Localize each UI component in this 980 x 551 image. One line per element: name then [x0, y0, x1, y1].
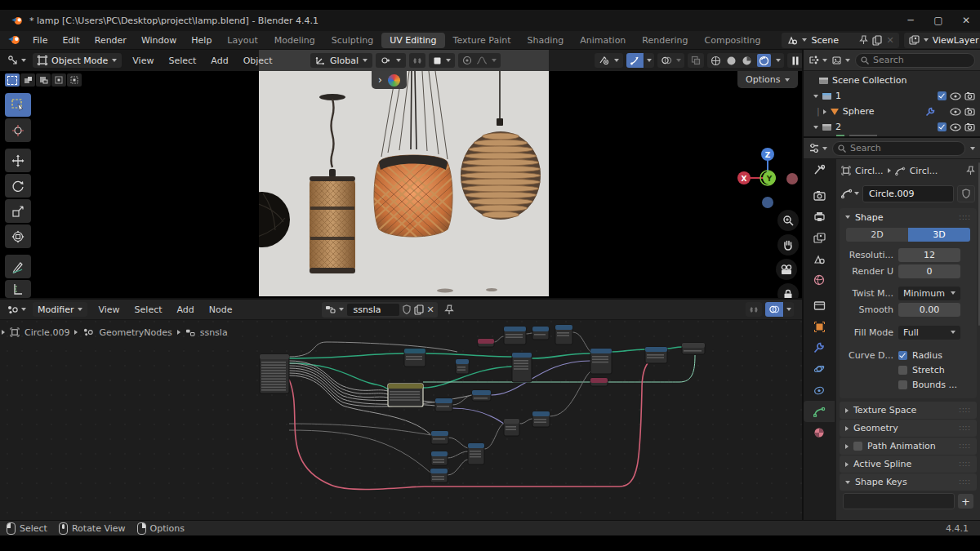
- shape-panel-header[interactable]: Shape ::::: [840, 208, 977, 226]
- unlink-icon[interactable]: ✕: [427, 304, 434, 315]
- bounds-checkbox[interactable]: [898, 380, 907, 389]
- panel-grip-icon[interactable]: ::::: [959, 407, 971, 414]
- xray-toggle[interactable]: [688, 53, 704, 68]
- select-mode-invert[interactable]: [51, 73, 66, 87]
- tab-physics[interactable]: [804, 358, 835, 380]
- graph-node[interactable]: [456, 359, 469, 374]
- dimension-2d-button[interactable]: 2D: [846, 228, 908, 242]
- graph-node[interactable]: [504, 419, 519, 436]
- tab-object[interactable]: [804, 316, 835, 337]
- axis-gizmo[interactable]: Z X Y: [733, 144, 802, 212]
- node-editor-type-selector[interactable]: [7, 304, 26, 315]
- viewport-menu-object[interactable]: Object: [236, 56, 280, 66]
- pause-button[interactable]: [787, 53, 804, 68]
- properties-editor-selector[interactable]: [808, 143, 827, 153]
- smooth-field[interactable]: 0.00: [898, 303, 960, 317]
- panel-grip-icon[interactable]: ::::: [959, 442, 971, 450]
- overlays-dropdown[interactable]: [657, 53, 684, 68]
- outliner-row-collection-2[interactable]: 2: [807, 119, 977, 135]
- render-resolution-field[interactable]: 0: [898, 264, 960, 278]
- node-menu-view[interactable]: View: [91, 304, 127, 315]
- select-mode-subtract[interactable]: [36, 73, 51, 87]
- solid-shading-icon[interactable]: [726, 56, 737, 66]
- node-tree-name[interactable]: ssnsla: [347, 304, 399, 316]
- fake-user-shield-button[interactable]: [957, 185, 975, 202]
- tool-move[interactable]: [5, 149, 31, 172]
- breadcrumb-object[interactable]: Circl...: [855, 166, 884, 176]
- graph-node[interactable]: [504, 327, 526, 344]
- graph-node[interactable]: [555, 325, 572, 344]
- blender-menu-icon[interactable]: [8, 35, 20, 45]
- snap-toggle[interactable]: [409, 53, 425, 68]
- editor-type-selector[interactable]: [7, 55, 26, 66]
- menu-help[interactable]: Help: [184, 35, 219, 46]
- tab-constraints[interactable]: [804, 380, 835, 401]
- workspace-tab-animation[interactable]: Animation: [572, 33, 634, 48]
- pivot-point-dropdown[interactable]: [429, 53, 455, 68]
- panel-path-animation[interactable]: Path Animation ::::: [840, 438, 977, 455]
- node-snap-toggle[interactable]: [746, 302, 762, 317]
- breadcrumb-data[interactable]: Circl...: [910, 166, 938, 176]
- geometry-node-editor[interactable]: Modifier View Select Add Node ssnsla ✕: [0, 298, 802, 520]
- workspace-tab-sculpting[interactable]: Sculpting: [323, 33, 381, 48]
- graph-node[interactable]: [430, 469, 448, 482]
- expand-icon[interactable]: [813, 126, 818, 129]
- graph-node[interactable]: [472, 390, 491, 401]
- properties-search-input[interactable]: Search: [832, 141, 965, 156]
- node-overlays-dropdown[interactable]: [784, 302, 794, 317]
- twist-method-dropdown[interactable]: Minimum: [898, 287, 960, 300]
- fill-mode-dropdown[interactable]: Full: [898, 326, 960, 340]
- tab-object-data[interactable]: [804, 401, 835, 422]
- tab-modifiers[interactable]: [804, 337, 835, 358]
- viewlayer-selector[interactable]: ViewLayer ✕: [904, 33, 980, 48]
- tab-world[interactable]: [804, 269, 835, 291]
- disable-render-camera-icon[interactable]: [964, 122, 975, 131]
- graph-node[interactable]: [532, 411, 550, 427]
- zoom-icon[interactable]: [777, 210, 799, 231]
- tab-material[interactable]: [804, 422, 835, 443]
- graph-node[interactable]: [590, 378, 608, 386]
- viewport-options-dropdown[interactable]: Options: [737, 71, 798, 88]
- expand-icon[interactable]: [813, 95, 818, 98]
- tab-collection[interactable]: [804, 295, 835, 316]
- select-mode-extend[interactable]: [20, 73, 35, 87]
- tab-scene[interactable]: [804, 248, 835, 269]
- dimension-3d-button[interactable]: 3D: [908, 228, 970, 242]
- tab-render[interactable]: [804, 184, 835, 206]
- snap-target-dropdown[interactable]: [376, 53, 406, 68]
- material-preview-shading-icon[interactable]: [742, 56, 752, 66]
- disable-render-camera-icon[interactable]: [964, 107, 975, 116]
- node-tree-type-dropdown[interactable]: Modifier: [33, 302, 87, 317]
- chevron-down-icon[interactable]: [970, 147, 975, 150]
- pin-icon[interactable]: [859, 35, 868, 45]
- graph-node[interactable]: [645, 347, 667, 363]
- outliner-search-input[interactable]: Search: [855, 53, 975, 68]
- viewport-3d[interactable]: Object Mode View Select Add Object Globa…: [0, 50, 802, 298]
- menu-render[interactable]: Render: [87, 35, 134, 46]
- tool-transform[interactable]: [5, 224, 31, 248]
- outliner-row-sphere[interactable]: | Sphere: [807, 104, 977, 119]
- stretch-checkbox[interactable]: [898, 366, 907, 375]
- duplicate-icon[interactable]: [414, 304, 424, 315]
- viewport-menu-select[interactable]: Select: [161, 56, 203, 66]
- node-graph[interactable]: [0, 324, 802, 520]
- outliner-filter[interactable]: [832, 56, 850, 65]
- node-menu-add[interactable]: Add: [170, 304, 202, 315]
- graph-node[interactable]: [404, 349, 425, 367]
- select-mode-intersect[interactable]: [67, 73, 82, 87]
- outliner-row-collection-1[interactable]: 1: [807, 88, 977, 104]
- mode-selector[interactable]: Object Mode: [33, 53, 122, 68]
- close-button[interactable]: ✕: [952, 11, 980, 30]
- tool-measure[interactable]: [5, 280, 31, 298]
- hide-eye-icon[interactable]: [950, 123, 961, 131]
- panel-grip-icon[interactable]: ::::: [959, 478, 971, 486]
- minimize-button[interactable]: ─: [897, 11, 924, 30]
- curve-data-selector[interactable]: [841, 189, 859, 198]
- graph-node[interactable]: [682, 343, 705, 354]
- wireframe-shading-icon[interactable]: [710, 56, 721, 66]
- workspace-tab-rendering[interactable]: Rendering: [634, 33, 696, 48]
- fake-user-shield-icon[interactable]: [403, 304, 411, 314]
- scene-selector[interactable]: Scene ✕: [782, 33, 898, 48]
- pin-icon[interactable]: [444, 304, 454, 315]
- workspace-tab-geometry[interactable]: Geome: [768, 33, 777, 48]
